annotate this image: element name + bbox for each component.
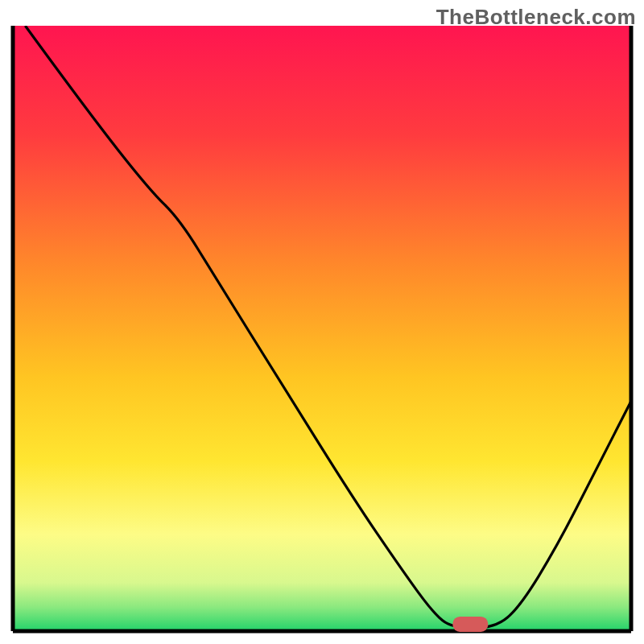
gradient-background: [13, 26, 631, 631]
bottleneck-chart-container: TheBottleneck.com: [0, 0, 644, 644]
optimal-marker: [452, 617, 488, 632]
bottleneck-chart: [0, 0, 644, 644]
watermark-text: TheBottleneck.com: [436, 5, 636, 30]
